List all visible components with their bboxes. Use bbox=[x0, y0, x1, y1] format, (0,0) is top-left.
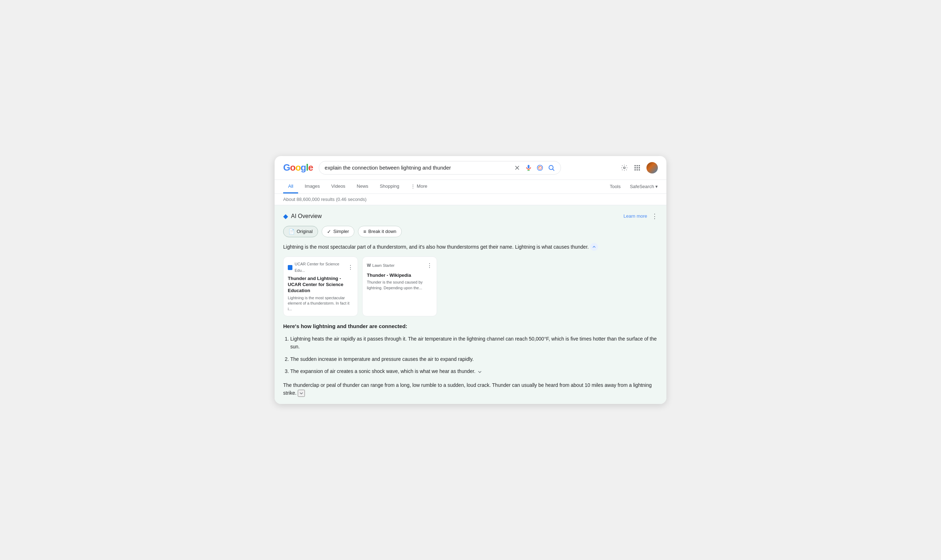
tools-button[interactable]: Tools bbox=[605, 180, 626, 193]
ucar-favicon-icon bbox=[288, 265, 292, 270]
source-card-ucar-header: UCAR Center for Science Edu... ⋮ bbox=[288, 261, 353, 274]
search-bar[interactable]: explain the connection between lightning… bbox=[319, 161, 561, 175]
results-count: About 88,600,000 results (0.46 seconds) bbox=[275, 194, 666, 205]
google-logo: Google bbox=[283, 162, 313, 173]
avatar[interactable] bbox=[646, 162, 658, 174]
chip-row: 📄 Original ✓ Simpler ≡ Break it down bbox=[283, 226, 658, 237]
svg-point-10 bbox=[624, 167, 626, 169]
original-chip-icon: 📄 bbox=[289, 229, 295, 234]
tab-images[interactable]: Images bbox=[300, 180, 325, 194]
ucar-card-snippet: Lightning is the most spectacular elemen… bbox=[288, 295, 353, 312]
safesearch-button[interactable]: SafeSearch ▾ bbox=[630, 184, 658, 189]
break-down-chip-icon: ≡ bbox=[363, 229, 366, 234]
lens-icon[interactable] bbox=[537, 164, 544, 171]
ucar-card-title: Thunder and Lightning - UCAR Center for … bbox=[288, 276, 353, 294]
browser-window: Google explain the connection between li… bbox=[275, 156, 666, 404]
svg-rect-16 bbox=[639, 167, 640, 168]
ai-overview-title: AI Overview bbox=[291, 213, 321, 220]
ai-overview-section: ◆ AI Overview Learn more ⋮ 📄 Original ✓ … bbox=[275, 205, 666, 404]
search-icons bbox=[514, 164, 555, 171]
ai-header: ◆ AI Overview Learn more ⋮ bbox=[283, 212, 658, 220]
svg-rect-13 bbox=[639, 165, 640, 166]
tab-news[interactable]: News bbox=[352, 180, 374, 194]
svg-rect-17 bbox=[635, 169, 636, 170]
section-heading: Here's how lightning and thunder are con… bbox=[283, 322, 658, 331]
apps-icon[interactable] bbox=[633, 164, 641, 171]
svg-point-5 bbox=[537, 165, 543, 170]
wiki-favicon-label: Lawn Starter bbox=[372, 263, 394, 269]
simpler-chip-icon: ✓ bbox=[327, 229, 331, 234]
svg-line-9 bbox=[552, 169, 554, 170]
chip-break-it-down-label: Break it down bbox=[368, 229, 397, 234]
more-dots-icon: ⋮ bbox=[411, 183, 415, 189]
ai-content: Lightning is the most spectacular part o… bbox=[283, 243, 658, 397]
svg-rect-19 bbox=[639, 169, 640, 170]
search-input[interactable]: explain the connection between lightning… bbox=[325, 165, 510, 171]
tab-videos[interactable]: Videos bbox=[326, 180, 351, 194]
list-item-3: The expansion of air creates a sonic sho… bbox=[290, 367, 658, 375]
tab-all[interactable]: All bbox=[283, 180, 298, 194]
source-cards: UCAR Center for Science Edu... ⋮ Thunder… bbox=[283, 257, 658, 316]
ai-actions: Learn more ⋮ bbox=[624, 212, 658, 220]
voice-search-icon[interactable] bbox=[525, 164, 532, 171]
learn-more-button[interactable]: Learn more bbox=[624, 213, 647, 219]
search-submit-icon[interactable] bbox=[548, 164, 555, 171]
chip-simpler-label: Simpler bbox=[334, 229, 349, 234]
ai-title-group: ◆ AI Overview bbox=[283, 212, 321, 220]
overflow-menu-icon[interactable]: ⋮ bbox=[652, 212, 658, 220]
expand-intro-button[interactable] bbox=[590, 243, 598, 251]
closing-paragraph: The thunderclap or peal of thunder can r… bbox=[283, 381, 658, 397]
wiki-favicon-group: W Lawn Starter bbox=[367, 262, 395, 269]
chip-simpler[interactable]: ✓ Simpler bbox=[321, 226, 354, 237]
list-item-2: The sudden increase in temperature and p… bbox=[290, 355, 658, 363]
wiki-card-title: Thunder - Wikipedia bbox=[367, 272, 432, 278]
source-card-ucar[interactable]: UCAR Center for Science Edu... ⋮ Thunder… bbox=[283, 257, 358, 316]
svg-rect-18 bbox=[637, 169, 638, 170]
header: Google explain the connection between li… bbox=[275, 156, 666, 180]
ucar-favicon-group: UCAR Center for Science Edu... bbox=[288, 261, 347, 274]
svg-point-6 bbox=[538, 166, 541, 169]
clear-icon[interactable] bbox=[514, 164, 521, 171]
expand-closing-button[interactable] bbox=[298, 390, 305, 397]
svg-rect-15 bbox=[637, 167, 638, 168]
source-card-wiki-header: W Lawn Starter ⋮ bbox=[367, 261, 432, 271]
ai-diamond-icon: ◆ bbox=[283, 212, 288, 220]
ucar-favicon-label: UCAR Center for Science Edu... bbox=[295, 261, 347, 274]
list-item-1: Lightning heats the air rapidly as it pa… bbox=[290, 335, 658, 351]
intro-text: Lightning is the most spectacular part o… bbox=[283, 243, 589, 251]
ucar-card-more-icon[interactable]: ⋮ bbox=[347, 263, 353, 272]
header-right bbox=[621, 162, 658, 174]
tab-shopping[interactable]: Shopping bbox=[375, 180, 404, 194]
tab-more[interactable]: ⋮ More bbox=[406, 180, 432, 194]
settings-icon[interactable] bbox=[621, 164, 628, 171]
wiki-card-snippet: Thunder is the sound caused by lightning… bbox=[367, 280, 432, 291]
expand-list-item-3-button[interactable] bbox=[477, 369, 483, 375]
wiki-card-more-icon[interactable]: ⋮ bbox=[427, 261, 432, 271]
intro-paragraph: Lightning is the most spectacular part o… bbox=[283, 243, 658, 251]
svg-rect-11 bbox=[635, 165, 636, 166]
source-card-wikipedia[interactable]: W Lawn Starter ⋮ Thunder - Wikipedia Thu… bbox=[362, 257, 437, 316]
nav-tabs: All Images Videos News Shopping ⋮ More T… bbox=[275, 180, 666, 194]
svg-rect-14 bbox=[635, 167, 636, 168]
svg-point-7 bbox=[538, 166, 540, 168]
chip-original-label: Original bbox=[297, 229, 313, 234]
svg-rect-12 bbox=[637, 165, 638, 166]
numbered-list: Lightning heats the air rapidly as it pa… bbox=[283, 335, 658, 375]
chip-break-it-down[interactable]: ≡ Break it down bbox=[358, 226, 402, 237]
svg-rect-2 bbox=[527, 165, 529, 168]
chip-original[interactable]: 📄 Original bbox=[283, 226, 318, 237]
